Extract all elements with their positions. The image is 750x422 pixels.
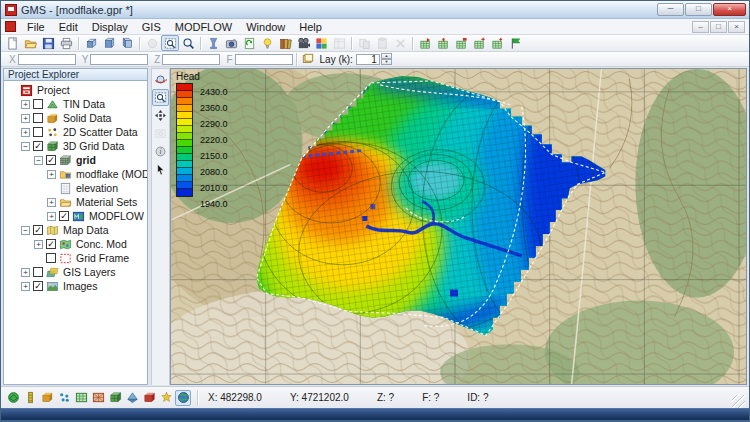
menu-display[interactable]: Display [85,20,135,34]
tree-item-project[interactable]: Project [4,83,147,97]
refresh-view-button[interactable] [240,35,258,51]
project-explorer-header[interactable]: Project Explorer [3,68,148,81]
visibility-checkbox[interactable] [33,267,43,277]
maximize-button[interactable]: □ [685,3,712,16]
flood-tool-button[interactable] [204,35,222,51]
grid-refine-button[interactable] [416,35,434,51]
minimize-button[interactable]: ─ [657,3,684,16]
y-coordinate-input[interactable] [90,54,148,65]
visibility-checkbox[interactable]: ✓ [59,211,69,221]
menu-modflow[interactable]: MODFLOW [168,20,239,34]
visibility-checkbox[interactable]: ✓ [33,225,43,235]
child-close-button[interactable]: × [728,21,745,33]
tree-item-3d-grid-data[interactable]: −✓3D Grid Data [4,139,147,153]
lighting-options-button[interactable] [258,35,276,51]
tree-item-2d-scatter-data[interactable]: +2D Scatter Data [4,125,147,139]
ugrid-module-button[interactable] [141,390,157,406]
view-front-button[interactable] [100,35,118,51]
tree-expander[interactable]: + [21,128,30,137]
x-coordinate-input[interactable] [18,54,76,65]
menu-help[interactable]: Help [292,20,329,34]
delete-tool-button[interactable] [391,35,409,51]
tree-item-conc-mod[interactable]: +✓Conc. Mod [4,237,147,251]
tree-item-grid[interactable]: −✓grid [4,153,147,167]
display-options-button[interactable] [312,35,330,51]
tree-expander[interactable]: − [21,142,30,151]
tree-expander[interactable]: + [21,100,30,109]
visibility-checkbox[interactable]: ✓ [33,281,43,291]
layer-input[interactable]: 1 [356,54,380,65]
menu-gis[interactable]: GIS [135,20,168,34]
info-tool[interactable]: i [152,143,169,160]
copy-tool-button[interactable] [355,35,373,51]
previous-zoom-button[interactable] [143,35,161,51]
layer-window-icon[interactable] [300,51,316,67]
tree-expander[interactable]: + [47,212,56,221]
gis-module-button[interactable] [158,390,174,406]
grid-merge-button[interactable] [452,35,470,51]
view-oblique-button[interactable] [82,35,100,51]
tree-expander[interactable]: + [34,240,43,249]
solid-module-button[interactable] [39,390,55,406]
print-button[interactable] [57,35,75,51]
orbit-tool[interactable] [152,71,169,88]
tree-item-map-data[interactable]: −✓Map Data [4,223,147,237]
pan-tool[interactable] [152,107,169,124]
child-restore-button[interactable]: □ [710,21,727,33]
menu-file[interactable]: File [20,20,52,34]
new-file-button[interactable] [3,35,21,51]
tree-item-modflow[interactable]: +✓MODFLOW [4,209,147,223]
borehole-module-button[interactable] [22,390,38,406]
tree-expander[interactable]: + [21,282,30,291]
map-canvas[interactable] [171,69,746,384]
tree-item-solid-data[interactable]: +Solid Data [4,111,147,125]
grid2d-module-button[interactable] [73,390,89,406]
select-tool[interactable] [152,161,169,178]
scatter-module-button[interactable] [56,390,72,406]
tree-expander[interactable]: + [21,114,30,123]
tree-expander[interactable]: + [21,268,30,277]
visibility-checkbox[interactable]: ✓ [46,155,56,165]
mesh3d-module-button[interactable] [124,390,140,406]
frame-zoom-tool[interactable] [152,125,169,142]
run-modflow-flag-button[interactable] [506,35,524,51]
tree-item-material-sets[interactable]: +Material Sets [4,195,147,209]
grid-split-button[interactable] [434,35,452,51]
open-file-button[interactable] [21,35,39,51]
title-bar[interactable]: GMS - [modflake.gpr *] ─ □ × [1,1,749,19]
grid-shift-button[interactable] [470,35,488,51]
paste-tool-button[interactable] [373,35,391,51]
f-coordinate-input[interactable] [235,54,293,65]
tree-expander[interactable]: − [21,226,30,235]
tree-item-gis-layers[interactable]: +GIS Layers [4,265,147,279]
child-minimize-button[interactable]: – [692,21,709,33]
visibility-checkbox[interactable] [33,113,43,123]
view-side-button[interactable] [118,35,136,51]
visibility-checkbox[interactable] [46,253,56,263]
tin-module-button[interactable] [5,390,21,406]
grid3d-module-button[interactable] [107,390,123,406]
close-button[interactable]: × [713,3,746,16]
tree-item-tin-data[interactable]: +TIN Data [4,97,147,111]
child-window-icon[interactable] [5,21,16,32]
tree-expander[interactable]: + [47,198,56,207]
tree-item-grid-frame[interactable]: Grid Frame [4,251,147,265]
film-loop-button[interactable] [294,35,312,51]
screen-capture-button[interactable] [222,35,240,51]
layer-spinner[interactable]: ▲▼ [381,53,392,65]
grid-append-button[interactable] [488,35,506,51]
magnifier-button[interactable] [179,35,197,51]
save-file-button[interactable] [39,35,57,51]
window-options-button[interactable] [330,35,348,51]
visibility-checkbox[interactable] [33,99,43,109]
resize-grip[interactable] [732,395,745,408]
menu-window[interactable]: Window [239,20,292,34]
z-coordinate-input[interactable] [162,54,220,65]
tree-item-images[interactable]: +✓Images [4,279,147,293]
menu-edit[interactable]: Edit [52,20,85,34]
tree-item-elevation[interactable]: elevation [4,181,147,195]
material-browser-button[interactable] [276,35,294,51]
mesh2d-module-button[interactable] [90,390,106,406]
visibility-checkbox[interactable]: ✓ [33,141,43,151]
visibility-checkbox[interactable] [33,127,43,137]
